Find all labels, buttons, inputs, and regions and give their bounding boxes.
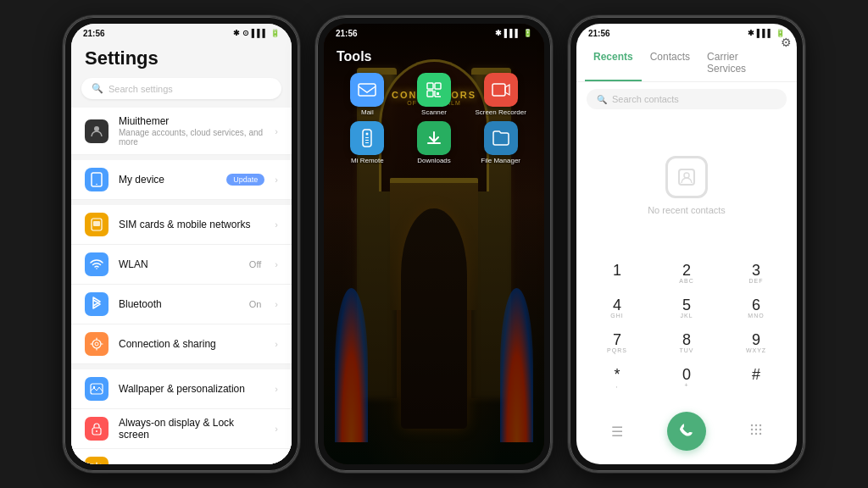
dialpad-btn[interactable] [722,405,790,458]
svg-point-31 [751,429,753,430]
miremote-app-icon [350,121,384,155]
device-title: My device [119,174,216,186]
svg-rect-25 [365,142,369,143]
svg-point-33 [760,429,761,430]
mail-app-icon [350,73,384,107]
mail-label: Mail [361,108,374,116]
settings-item-sim[interactable]: SIM cards & mobile networks › [71,205,292,245]
settings-item-wlan[interactable]: WLAN Off › [71,245,292,285]
status-bar-2: 21:56 ✱ ▌▌▌ 🔋 [324,24,544,41]
app-downloads[interactable]: Downloads [403,121,465,164]
key-2[interactable]: 2 ABC [653,258,721,291]
key-0[interactable]: 0 + [653,362,721,395]
app-miremote[interactable]: Mi Remote [337,121,398,164]
settings-item-connection[interactable]: Connection & sharing › [71,324,292,364]
status-icons-3: ✱ ▌▌▌ 🔋 [748,29,785,37]
miuithemer-title: Miuithemer [119,115,264,127]
settings-item-bluetooth[interactable]: Bluetooth On › [71,285,292,324]
tab-recents[interactable]: Recents [585,46,642,81]
keypad-row-2: 4 GHI 5 JKL 6 MNO [583,292,790,325]
dialer-search[interactable]: 🔍 Search contacts [587,89,787,109]
settings-title: Settings [71,41,292,75]
svg-rect-13 [359,84,376,96]
keypad-row-3: 7 PQRS 8 TUV 9 WXYZ [583,327,790,360]
keypad-row-4: * , 0 + # [583,362,790,395]
wlan-value: Off [249,259,261,269]
device-icon [85,168,108,191]
settings-section-device: My device Update › [71,160,292,200]
scanner-app-icon [417,73,451,107]
settings-item-lockscreen[interactable]: Always-on display & Lock screen › [71,409,292,449]
app-screenrecord[interactable]: Screen Recorder [470,73,531,116]
call-button[interactable] [667,412,706,451]
wifi-icon [85,252,108,276]
key-3[interactable]: 3 DEF [722,258,790,291]
dialpad-icon [749,423,763,440]
tab-contacts[interactable]: Contacts [642,46,698,81]
svg-rect-15 [435,83,441,89]
apps-grid: Mail [337,73,531,164]
settings-search[interactable]: 🔍 Search settings [81,78,281,99]
arrow-display: › [275,463,278,464]
app-mail[interactable]: Mail [337,73,398,116]
settings-item-wallpaper[interactable]: Wallpaper & personalization › [71,369,292,409]
miremote-label: Mi Remote [351,157,384,164]
screenrecord-app-icon [484,73,518,107]
key-star[interactable]: * , [583,362,651,395]
signal-icon-1: ▌▌▌ [252,29,268,37]
key-8[interactable]: 8 TUV [653,327,721,360]
settings-item-display[interactable]: Display › [71,449,292,464]
sim-text: SIM cards & mobile networks [119,219,264,230]
keypad-row-1: 1 2 ABC 3 DEF [583,258,790,291]
key-7[interactable]: 7 PQRS [583,327,651,360]
svg-point-27 [684,173,689,178]
status-icons-2: ✱ ▌▌▌ 🔋 [495,29,532,37]
svg-rect-14 [427,83,433,89]
svg-rect-4 [93,221,100,226]
svg-point-6 [92,340,101,348]
wlan-title: WLAN [119,258,239,270]
arrow-conn: › [275,339,278,349]
bluetooth-text: Bluetooth [119,298,239,310]
svg-point-11 [96,430,97,432]
search-placeholder-dialer: Search contacts [612,94,679,104]
filemanager-label: File Manager [481,157,520,164]
arrow-icon: › [275,126,278,136]
settings-gear-icon[interactable]: ⚙ [781,36,792,49]
signal-icon-2: ▌▌▌ [504,29,520,37]
lock-icon [85,417,108,441]
svg-point-0 [94,126,99,131]
arrow-wp: › [275,384,278,394]
settings-section-account: Miuithemer Manage accounts, cloud servic… [71,108,292,155]
settings-item-miuithemer[interactable]: Miuithemer Manage accounts, cloud servic… [71,108,292,155]
key-hash[interactable]: # [722,362,790,395]
svg-point-34 [751,433,753,435]
app-filemanager[interactable]: File Manager [470,121,531,164]
phone-dialer: 21:56 ✱ ▌▌▌ 🔋 ⚙ Recents Contacts [568,15,805,473]
filemanager-app-icon [484,121,518,155]
app-scanner[interactable]: Scanner [403,73,465,116]
tab-carrier-services[interactable]: Carrier Services [698,46,788,81]
key-9[interactable]: 9 WXYZ [722,327,790,360]
arrow-sim: › [275,219,278,230]
miuithemer-icon [85,119,108,143]
key-5[interactable]: 5 JKL [653,292,721,325]
status-bar-1: 21:56 ✱ ⊙ ▌▌▌ 🔋 [71,24,292,41]
wallpaper-text: Wallpaper & personalization [119,383,264,395]
time-1: 21:56 [83,29,105,38]
search-icon-dialer: 🔍 [597,95,607,104]
svg-point-5 [96,268,97,269]
arrow-lock: › [275,424,278,434]
signal-icon-3: ▌▌▌ [757,29,773,37]
phone1-screen: 21:56 ✱ ⊙ ▌▌▌ 🔋 Settings 🔍 Search settin… [71,24,292,464]
svg-point-9 [93,386,95,388]
settings-item-device[interactable]: My device Update › [71,160,292,200]
key-1[interactable]: 1 [583,258,651,291]
menu-icon: ☰ [611,424,623,440]
key-4[interactable]: 4 GHI [583,292,651,325]
dialer-actions: ☰ [576,402,797,464]
menu-btn[interactable]: ☰ [583,405,651,458]
scanner-label: Scanner [421,108,447,116]
key-6[interactable]: 6 MNO [722,292,790,325]
wifi-icon-1: ⊙ [242,29,249,37]
